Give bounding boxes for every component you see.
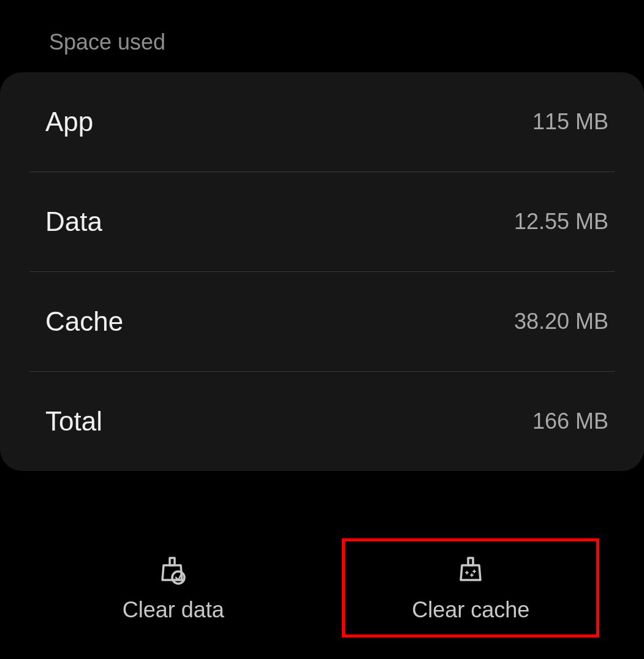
- row-value: 12.55 MB: [514, 209, 615, 235]
- storage-row-app: App 115 MB: [29, 72, 615, 172]
- row-value: 38.20 MB: [514, 309, 615, 334]
- broom-data-icon: [156, 553, 191, 587]
- broom-sparkle-icon: [453, 553, 488, 587]
- storage-row-total: Total 166 MB: [29, 372, 615, 471]
- clear-data-button[interactable]: Clear data: [45, 538, 302, 638]
- clear-data-label: Clear data: [123, 597, 224, 623]
- row-value: 115 MB: [532, 109, 615, 135]
- row-label: Cache: [29, 306, 123, 337]
- storage-row-data: Data 12.55 MB: [29, 172, 615, 272]
- storage-card: App 115 MB Data 12.55 MB Cache 38.20 MB …: [0, 72, 644, 471]
- row-label: Total: [29, 406, 102, 437]
- section-header: Space used: [0, 0, 644, 72]
- clear-cache-label: Clear cache: [412, 597, 529, 623]
- actions-bar: Clear data Clear cache: [0, 538, 644, 638]
- row-value: 166 MB: [532, 409, 615, 434]
- row-label: Data: [29, 206, 102, 237]
- row-label: App: [29, 107, 93, 137]
- storage-row-cache: Cache 38.20 MB: [29, 272, 615, 372]
- clear-cache-button[interactable]: Clear cache: [342, 538, 599, 638]
